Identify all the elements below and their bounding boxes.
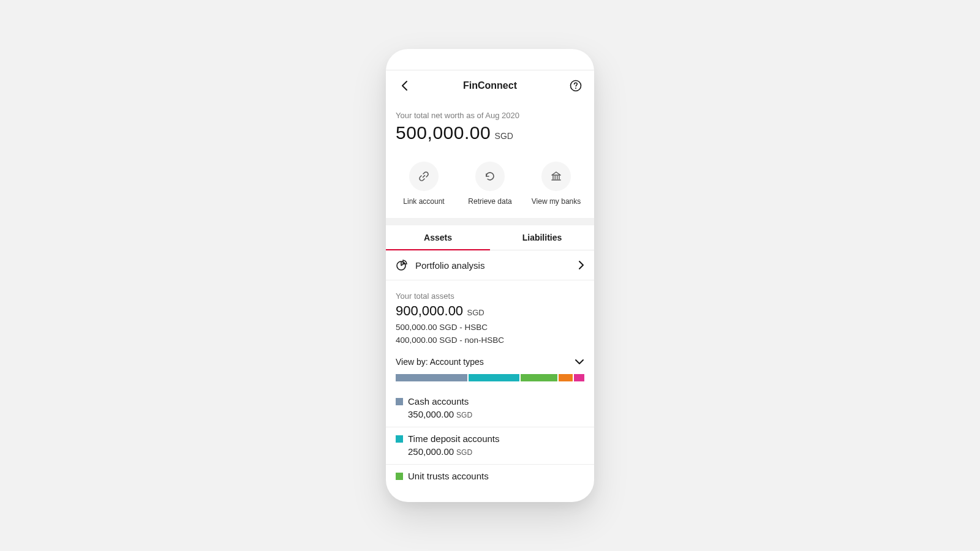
chevron-down-icon: [575, 359, 584, 365]
color-swatch: [396, 473, 403, 480]
tab-assets[interactable]: Assets: [386, 225, 490, 250]
total-assets-currency: SGD: [467, 308, 484, 317]
asset-item-header: Cash accounts: [396, 396, 584, 407]
networth-label: Your total net worth as of Aug 2020: [396, 111, 584, 120]
tab-liabilities[interactable]: Liabilities: [490, 225, 594, 250]
networth-section: Your total net worth as of Aug 2020 500,…: [386, 101, 594, 151]
asset-item-amount: 250,000.00SGD: [408, 446, 584, 457]
networth-value: 500,000.00 SGD: [396, 122, 584, 143]
asset-item-currency: SGD: [456, 448, 472, 457]
total-assets-label: Your total assets: [396, 291, 584, 301]
link-icon: [418, 170, 430, 182]
view-banks-action[interactable]: View my banks: [523, 162, 589, 206]
view-banks-circle: [541, 162, 571, 191]
phone-frame: FinConnect Your total net worth as of Au…: [386, 49, 594, 502]
networth-currency: SGD: [495, 131, 513, 141]
link-account-action[interactable]: Link account: [391, 162, 457, 206]
tabs: Assets Liabilities: [386, 225, 594, 250]
asset-item-name: Unit trusts accounts: [408, 471, 489, 481]
assets-summary: Your total assets 900,000.00 SGD 500,000…: [386, 280, 594, 348]
breakdown-hsbc: 500,000.00 SGD - HSBC: [396, 323, 584, 332]
retrieve-data-action[interactable]: Retrieve data: [457, 162, 523, 206]
view-banks-label: View my banks: [532, 197, 581, 206]
refresh-icon: [484, 170, 496, 182]
view-by-label: View by: Account types: [396, 357, 484, 367]
bar-segment: [469, 374, 519, 381]
chevron-left-icon: [401, 80, 408, 91]
total-assets-amount: 900,000.00: [396, 303, 463, 318]
breakdown-nonhsbc: 400,000.00 SGD - non-HSBC: [396, 335, 584, 345]
asset-type-item[interactable]: Cash accounts350,000.00SGD: [386, 390, 594, 427]
bar-segment: [396, 374, 467, 381]
bar-segment: [574, 374, 584, 381]
bar-segment: [559, 374, 573, 381]
portfolio-analysis-row[interactable]: Portfolio analysis: [386, 250, 594, 280]
asset-item-name: Cash accounts: [408, 396, 469, 407]
page-title: FinConnect: [463, 80, 517, 91]
asset-item-currency: SGD: [456, 411, 472, 419]
portfolio-analysis-label: Portfolio analysis: [415, 260, 571, 271]
bar-segment: [521, 374, 557, 381]
asset-item-name: Time deposit accounts: [408, 433, 500, 444]
networth-amount: 500,000.00: [396, 122, 491, 143]
allocation-bar-chart: [396, 374, 584, 381]
chevron-right-icon: [578, 260, 584, 270]
status-bar: [386, 49, 594, 70]
help-button[interactable]: [567, 77, 584, 94]
bank-icon: [550, 170, 562, 182]
asset-type-list: Cash accounts350,000.00SGDTime deposit a…: [386, 390, 594, 489]
asset-item-amount: 350,000.00SGD: [408, 409, 584, 419]
view-by-selector[interactable]: View by: Account types: [386, 348, 594, 372]
screen: FinConnect Your total net worth as of Au…: [386, 49, 594, 502]
asset-item-header: Time deposit accounts: [396, 433, 584, 444]
color-swatch: [396, 398, 403, 405]
pie-chart-icon: [396, 259, 408, 271]
app-header: FinConnect: [386, 70, 594, 101]
link-account-circle: [409, 162, 439, 191]
section-gap: [386, 218, 594, 225]
color-swatch: [396, 435, 403, 443]
asset-item-header: Unit trusts accounts: [396, 471, 584, 481]
total-assets-value: 900,000.00 SGD: [396, 303, 584, 319]
retrieve-data-circle: [475, 162, 505, 191]
asset-type-item[interactable]: Unit trusts accounts: [386, 465, 594, 489]
back-button[interactable]: [396, 77, 413, 94]
help-icon: [570, 80, 582, 92]
link-account-label: Link account: [403, 197, 444, 206]
actions-row: Link account Retrieve data View my banks: [386, 151, 594, 218]
retrieve-data-label: Retrieve data: [468, 197, 511, 206]
svg-point-1: [575, 88, 576, 89]
asset-type-item[interactable]: Time deposit accounts250,000.00SGD: [386, 427, 594, 465]
